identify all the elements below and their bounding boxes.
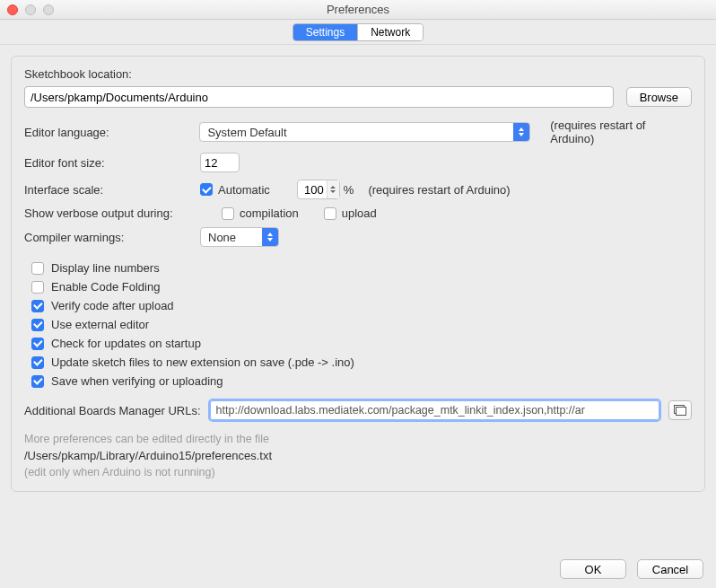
scale-stepper[interactable] [297,180,340,199]
more-prefs-line2: (edit only when Arduino is not running) [24,466,692,478]
external-editor-label: Use external editor [51,318,149,331]
interface-scale-label: Interface scale: [24,183,200,197]
font-size-input[interactable] [200,153,240,172]
upload-label: upload [342,206,377,220]
boards-urls-label: Additional Boards Manager URLs: [24,404,201,417]
save-on-verify-checkbox[interactable] [31,375,44,388]
verbose-label: Show verbose output during: [24,206,222,220]
preferences-panel: Sketchbook location: Browse Editor langu… [11,56,705,492]
sketchbook-label: Sketchbook location: [24,67,692,81]
window-controls [7,4,54,15]
boards-urls-input[interactable] [210,400,659,420]
boards-urls-expand-button[interactable] [668,400,692,420]
compiler-warnings-label: Compiler warnings: [24,231,200,244]
scale-input[interactable] [298,183,327,197]
close-window-button[interactable] [7,4,18,15]
minimize-window-button[interactable] [25,4,36,15]
editor-language-select[interactable]: System Default [199,122,530,142]
editor-language-value: System Default [207,126,513,139]
tabs: Settings Network [0,20,716,45]
update-extension-checkbox[interactable] [31,356,44,369]
compilation-label: compilation [240,206,299,220]
stepper-icon [327,180,339,198]
editor-language-note: (requires restart of Arduino) [550,118,692,145]
save-on-verify-label: Save when verifying or uploading [51,374,223,388]
sketchbook-location-input[interactable] [24,86,614,108]
titlebar: Preferences [0,0,716,20]
code-folding-label: Enable Code Folding [51,280,160,294]
chevron-updown-icon [513,123,529,141]
code-folding-checkbox[interactable] [31,281,44,294]
percent-label: % [344,183,354,197]
segmented-control: Settings Network [293,23,423,41]
svg-rect-1 [677,408,686,416]
check-updates-label: Check for updates on startup [51,337,201,350]
upload-checkbox[interactable] [324,207,336,220]
zoom-window-button[interactable] [43,4,54,15]
editor-language-label: Editor language: [24,126,199,139]
font-size-label: Editor font size: [24,156,200,170]
dialog-buttons: OK Cancel [560,559,703,579]
window-icon [674,405,686,416]
ok-button[interactable]: OK [560,559,626,579]
display-line-numbers-label: Display line numbers [51,261,160,275]
display-line-numbers-checkbox[interactable] [31,262,44,275]
more-prefs-line1: More preferences can be edited directly … [24,433,692,445]
tab-settings[interactable]: Settings [293,24,357,40]
tab-network[interactable]: Network [357,24,423,40]
scale-note: (requires restart of Arduino) [368,183,510,197]
chevron-updown-icon [262,228,278,246]
compiler-warnings-value: None [208,231,262,244]
compiler-warnings-select[interactable]: None [200,227,279,247]
window-title: Preferences [0,3,716,16]
update-extension-label: Update sketch files to new extension on … [51,355,354,369]
automatic-checkbox[interactable] [200,183,213,196]
verify-after-upload-checkbox[interactable] [31,300,44,312]
automatic-label: Automatic [218,183,270,197]
verify-after-upload-label: Verify code after upload [51,299,174,312]
cancel-button[interactable]: Cancel [637,559,703,579]
external-editor-checkbox[interactable] [31,319,44,331]
check-updates-checkbox[interactable] [31,338,44,350]
browse-button[interactable]: Browse [626,87,692,107]
prefs-file-path: /Users/pkamp/Library/Arduino15/preferenc… [24,449,692,462]
compilation-checkbox[interactable] [222,207,234,220]
